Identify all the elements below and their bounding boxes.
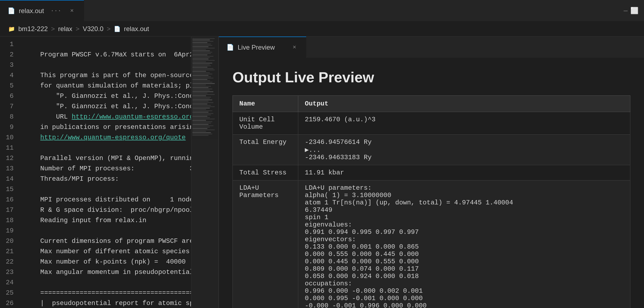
breadcrumb-item-1[interactable]: relax xyxy=(58,25,72,33)
code-area[interactable]: Program PWSCF v.6.7MaX starts on 6Apr202… xyxy=(19,37,191,308)
output-table: Name Output Unit Cell Volume2159.4670 (a… xyxy=(232,95,630,308)
line-number: 4 xyxy=(0,70,19,81)
breadcrumb-icon: 📁 xyxy=(8,26,15,32)
editor-tab-close[interactable]: × xyxy=(68,7,76,15)
code-line: Number of MPI processes: 32 xyxy=(25,164,191,174)
preview-content: Output Live Preview Name Output Unit Cel… xyxy=(219,58,644,308)
table-header-output: Output xyxy=(298,96,630,112)
tab-more-icon[interactable]: ··· xyxy=(48,8,64,14)
code-line: R & G space division: proc/nbgrp/npool/n… xyxy=(25,205,191,215)
line-number: 3 xyxy=(0,60,19,70)
line-number: 8 xyxy=(0,112,19,122)
editor-tab[interactable]: 📄 relax.out ··· × xyxy=(0,0,84,21)
code-line: Threads/MPI process: 1 xyxy=(25,174,191,184)
table-row: Total Energy-2346.94576614 Ry ▶... -2346… xyxy=(233,135,630,165)
line-number: 16 xyxy=(0,195,19,205)
code-line: Reading input from relax.in xyxy=(25,215,191,226)
tab-spacer xyxy=(84,0,618,21)
line-number: 13 xyxy=(0,164,19,174)
code-line: MPI processes distributed on 1 nodes xyxy=(25,195,191,205)
preview-title: Output Live Preview xyxy=(232,69,630,86)
line-number: 22 xyxy=(0,257,19,267)
table-cell-output: LDA+U parameters: alpha( 1) = 3.10000000… xyxy=(298,180,630,308)
code-line: URL http://www.quantum-espresso.org", xyxy=(25,112,191,122)
preview-tab-close[interactable]: × xyxy=(290,43,299,52)
preview-file-icon: 📄 xyxy=(226,44,234,51)
breadcrumb-sep-1: > xyxy=(76,25,79,33)
code-line: Max number of different atomic species (… xyxy=(25,246,191,257)
editor-panel: 1234567891011121314151617181920212223242… xyxy=(0,37,218,308)
line-number: 25 xyxy=(0,288,19,298)
breadcrumb-item-0[interactable]: bm12-222 xyxy=(18,25,48,33)
table-cell-name: Unit Cell Volume xyxy=(233,112,298,135)
table-cell-name: Total Stress xyxy=(233,165,298,180)
minimize-btn[interactable]: — xyxy=(624,7,628,14)
minimap-lines xyxy=(191,37,218,138)
table-cell-name: Total Energy xyxy=(233,135,298,165)
code-line: Parallel version (MPI & OpenMP), running… xyxy=(25,153,191,164)
code-line xyxy=(25,277,191,288)
line-number: 2 xyxy=(0,50,19,60)
line-number: 19 xyxy=(0,226,19,236)
preview-tab-spacer xyxy=(306,37,644,58)
table-cell-output: 2159.4670 (a.u.)^3 xyxy=(298,112,630,135)
preview-panel: 📄 Live Preview × Output Live Preview Nam… xyxy=(219,37,644,308)
line-number: 20 xyxy=(0,236,19,246)
line-number: 15 xyxy=(0,184,19,195)
preview-tab-bar: 📄 Live Preview × xyxy=(219,37,644,58)
main-content: 1234567891011121314151617181920212223242… xyxy=(0,37,644,308)
code-line: http://www.quantum-espresso.org/quote xyxy=(25,132,191,143)
line-number: 9 xyxy=(0,122,19,132)
line-numbers: 1234567891011121314151617181920212223242… xyxy=(0,37,19,308)
breadcrumb: 📁 bm12-222 > relax > V320.0 > 📄 relax.ou… xyxy=(0,21,644,37)
code-line: Current dimensions of program PWSCF are: xyxy=(25,236,191,246)
code-line: This program is part of the open-source … xyxy=(25,70,191,81)
line-number: 24 xyxy=(0,277,19,288)
breadcrumb-sep-0: > xyxy=(51,25,55,33)
line-number: 18 xyxy=(0,215,19,226)
minimap[interactable] xyxy=(191,37,218,308)
preview-tab[interactable]: 📄 Live Preview × xyxy=(219,37,306,58)
table-row: LDA+U ParametersLDA+U parameters: alpha(… xyxy=(233,180,630,308)
line-number: 26 xyxy=(0,298,19,308)
table-row: Total Stress11.91 kbar xyxy=(233,165,630,180)
breadcrumb-item-3[interactable]: relax.out xyxy=(124,25,149,33)
table-cell-output: 11.91 kbar xyxy=(298,165,630,180)
code-line: Max angular momentum in pseudopotentials… xyxy=(25,267,191,277)
breadcrumb-sep-2: > xyxy=(107,25,111,33)
breadcrumb-item-2[interactable]: V320.0 xyxy=(83,25,103,33)
code-line: in publications or presentations arising… xyxy=(25,122,191,132)
code-line: | pseudopotential report for atomic spec… xyxy=(25,298,191,308)
table-row: Unit Cell Volume2159.4670 (a.u.)^3 xyxy=(233,112,630,135)
code-line: for quantum simulation of materials; ple… xyxy=(25,81,191,91)
table-header-name: Name xyxy=(233,96,298,112)
line-number: 21 xyxy=(0,246,19,257)
code-line xyxy=(25,184,191,195)
line-number: 12 xyxy=(0,153,19,164)
line-number: 11 xyxy=(0,143,19,153)
table-cell-name: LDA+U Parameters xyxy=(233,180,298,308)
line-number: 5 xyxy=(0,81,19,91)
line-number: 1 xyxy=(0,39,19,50)
breadcrumb-file-icon: 📄 xyxy=(114,26,121,32)
minimap-content xyxy=(191,37,218,308)
line-number: 17 xyxy=(0,205,19,215)
preview-tab-label: Live Preview xyxy=(238,44,275,51)
line-number: 14 xyxy=(0,174,19,184)
window-controls: — ⬜ xyxy=(618,0,644,21)
code-line xyxy=(25,143,191,153)
tab-bar: 📄 relax.out ··· × — ⬜ xyxy=(0,0,644,21)
line-number: 23 xyxy=(0,267,19,277)
line-number: 10 xyxy=(0,132,19,143)
code-line xyxy=(25,226,191,236)
file-icon: 📄 xyxy=(8,7,15,15)
editor-tab-label: relax.out xyxy=(19,7,44,15)
code-line: Max number of k-points (npk) = 40000 xyxy=(25,257,191,267)
code-line: Program PWSCF v.6.7MaX starts on 6Apr202… xyxy=(25,50,191,60)
code-line xyxy=(25,39,191,50)
code-line: ========================================… xyxy=(25,288,191,298)
line-number: 6 xyxy=(0,91,19,101)
table-cell-output: -2346.94576614 Ry ▶... -2346.94633183 Ry xyxy=(298,135,630,165)
maximize-btn[interactable]: ⬜ xyxy=(630,7,639,15)
line-number: 7 xyxy=(0,101,19,112)
